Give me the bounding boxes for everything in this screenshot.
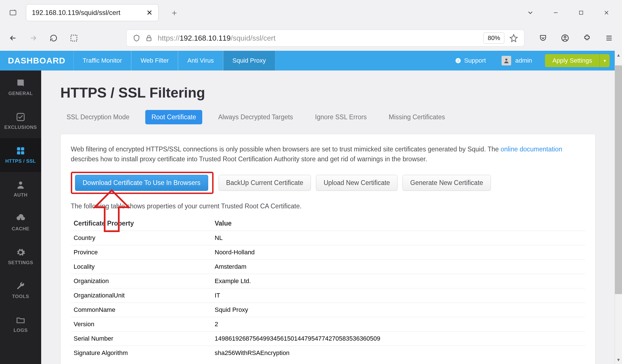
table-row: CommonNameSquid Proxy (71, 303, 585, 317)
extensions-icon[interactable] (580, 31, 594, 45)
certificate-table: Certificate Property Value CountryNLProv… (71, 216, 585, 360)
apply-caret-icon[interactable]: ▾ (599, 54, 610, 67)
cert-property: Version (71, 317, 212, 332)
cert-value: Amsterdam (212, 260, 585, 274)
user-avatar-icon (502, 56, 511, 65)
hamburger-menu-icon[interactable] (602, 31, 616, 45)
new-tab-button[interactable]: ＋ (167, 5, 182, 20)
scrollbar-down-arrow[interactable]: ▾ (617, 356, 620, 364)
cert-property: Province (71, 245, 212, 260)
nav-web-filter[interactable]: Web Filter (131, 51, 178, 70)
online-documentation-link[interactable]: online documentation (500, 145, 562, 153)
button-row: Download Certificate To Use In Browsers … (71, 172, 585, 194)
nav-anti-virus[interactable]: Anti Virus (178, 51, 223, 70)
table-row: Signature Algorithmsha256WithRSAEncrypti… (71, 346, 585, 360)
apply-settings-button[interactable]: Apply Settings ▾ (545, 54, 610, 67)
sidebar-item-general[interactable]: GENERAL (0, 70, 41, 104)
page-title: HTTPS / SSL Filtering (60, 85, 595, 101)
cert-property: Signature Algorithm (71, 346, 212, 360)
cert-property: OrganizationalUnit (71, 288, 212, 303)
table-row: CountryNL (71, 231, 585, 245)
sidebar-item-cache[interactable]: CACHE (0, 206, 41, 240)
svg-rect-2 (71, 35, 77, 41)
lock-warning-icon[interactable] (145, 34, 153, 42)
zoom-level[interactable]: 80% (483, 32, 504, 44)
reload-button[interactable] (46, 31, 61, 45)
cert-value: 1498619268756499345615014479547742705835… (212, 332, 585, 346)
url-input[interactable]: https://192.168.10.119/squid/ssl/cert 80… (126, 30, 524, 47)
bookmark-star-icon[interactable] (509, 34, 518, 42)
svg-rect-1 (579, 11, 583, 14)
sidebar-item-logs[interactable]: LOGS (0, 307, 41, 341)
nav-traffic-monitor[interactable]: Traffic Monitor (73, 51, 131, 70)
cert-value: 2 (212, 317, 585, 332)
download-certificate-button[interactable]: Download Certificate To Use In Browsers (75, 175, 208, 191)
svg-rect-11 (17, 147, 20, 150)
svg-point-9 (505, 59, 507, 61)
cert-property: Organization (71, 274, 212, 288)
table-row: Version2 (71, 317, 585, 332)
sidebar-item-auth[interactable]: AUTH (0, 172, 41, 206)
backup-certificate-button[interactable]: BackUp Current Certificate (219, 175, 311, 191)
cert-property: Locality (71, 260, 212, 274)
tab-missing-certificates[interactable]: Missing Certificates (383, 110, 451, 124)
user-menu[interactable]: admin (494, 51, 540, 70)
annotation-highlight: Download Certificate To Use In Browsers (71, 172, 214, 194)
url-text: https://192.168.10.119/squid/ssl/cert (158, 34, 276, 43)
browser-tab-bar: 192.168.10.119/squid/ssl/cert ✕ ＋ (0, 0, 622, 25)
tab-root-certificate[interactable]: Root Certificate (145, 110, 203, 124)
cert-value: NL (212, 231, 585, 245)
cert-value: Squid Proxy (212, 303, 585, 317)
svg-point-15 (19, 182, 22, 185)
minimize-window-button[interactable] (546, 5, 566, 20)
sidebar-item-exclusions[interactable]: EXCLUSIONS (0, 104, 41, 138)
tab-always-decrypted-targets[interactable]: Always Decrypted Targets (212, 110, 299, 124)
table-row: OrganizationalUnitIT (71, 288, 585, 303)
cert-value: IT (212, 288, 585, 303)
sidebar-item-tools[interactable]: TOOLS (0, 273, 41, 307)
browser-url-bar: https://192.168.10.119/squid/ssl/cert 80… (0, 25, 622, 51)
svg-rect-7 (458, 60, 458, 62)
upload-certificate-button[interactable]: Upload New Certificate (316, 175, 397, 191)
table-row: LocalityAmsterdam (71, 260, 585, 274)
nav-squid-proxy[interactable]: Squid Proxy (223, 51, 275, 70)
support-link[interactable]: Support (447, 51, 494, 70)
tabs-dropdown-icon[interactable] (520, 5, 540, 20)
forward-button[interactable] (26, 31, 41, 45)
pocket-icon[interactable] (536, 31, 550, 45)
brand-logo[interactable]: DASHBOARD (0, 51, 73, 70)
scrollbar-up-arrow[interactable]: ▴ (617, 51, 620, 59)
cert-value: Noord-Holland (212, 245, 585, 260)
back-button[interactable] (6, 31, 20, 45)
folder-icon (16, 315, 25, 325)
tab-ignore-ssl-errors[interactable]: Ignore SSL Errors (309, 110, 373, 124)
tab-ssl-decryption-mode[interactable]: SSL Decryption Mode (60, 110, 136, 124)
close-window-button[interactable] (597, 5, 616, 20)
cert-property: Serial Number (71, 332, 212, 346)
page-content: HTTPS / SSL Filtering SSL Decryption Mod… (41, 70, 615, 364)
sidebar-item-settings[interactable]: SETTINGS (0, 240, 41, 273)
browser-tab[interactable]: 192.168.10.119/squid/ssl/cert ✕ (26, 4, 159, 21)
screenshot-tool-icon[interactable] (67, 31, 81, 45)
maximize-window-button[interactable] (571, 5, 591, 20)
sidebar-item-https-ssl[interactable]: HTTPS / SSL (0, 138, 41, 172)
svg-rect-12 (21, 147, 24, 150)
info-icon (455, 58, 461, 64)
cert-property: Country (71, 231, 212, 245)
recent-tabs-icon[interactable] (6, 5, 20, 20)
table-row: OrganizationExample Ltd. (71, 274, 585, 288)
page-scrollbar[interactable]: ▴ ▾ (615, 51, 622, 364)
close-tab-icon[interactable]: ✕ (146, 8, 153, 17)
svg-rect-13 (17, 151, 20, 154)
svg-rect-0 (10, 10, 16, 15)
page-tabs: SSL Decryption Mode Root Certificate Alw… (60, 110, 595, 124)
svg-rect-3 (147, 38, 151, 41)
svg-rect-8 (458, 59, 458, 60)
account-icon[interactable] (558, 31, 572, 45)
grid-icon (16, 146, 25, 156)
gear-icon (16, 248, 25, 257)
generate-certificate-button[interactable]: Generate New Certificate (403, 175, 491, 191)
scrollbar-thumb[interactable] (615, 65, 622, 294)
check-box-icon (16, 112, 25, 122)
cloud-download-icon (16, 214, 25, 223)
